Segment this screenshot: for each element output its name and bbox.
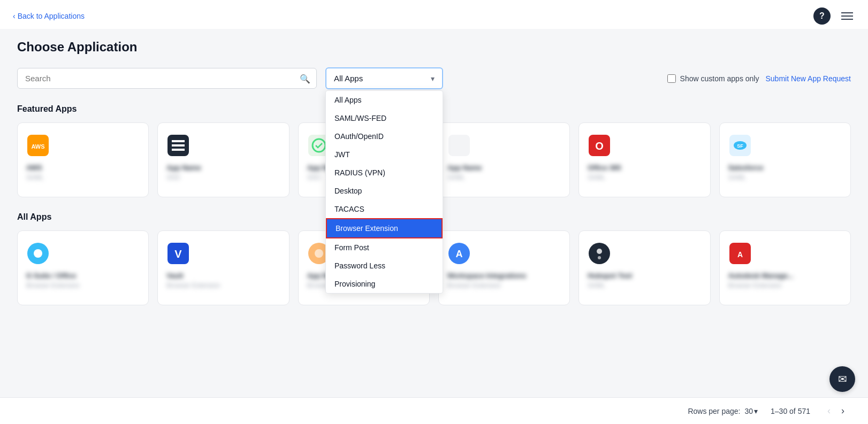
pagination-next-button[interactable]: › xyxy=(837,403,849,419)
vault-icon: V xyxy=(167,243,189,264)
svg-rect-5 xyxy=(172,149,185,151)
top-bar: ‹ Back to Applications ? xyxy=(0,0,868,29)
svg-point-23 xyxy=(597,249,602,254)
featured-app-name-6: Salesforce xyxy=(728,164,764,172)
dropdown-item-jwt[interactable]: JWT xyxy=(326,145,443,164)
hubspot-icon xyxy=(589,243,610,264)
gsuite-icon xyxy=(27,243,49,264)
all-app-card-2[interactable]: V Vault Browser Extension xyxy=(157,230,289,305)
toolbar-right: Show custom apps only Submit New App Req… xyxy=(667,74,851,83)
svg-rect-4 xyxy=(172,144,185,147)
all-app-type-1: Browser Extension xyxy=(26,282,80,289)
dropdown-item-form-post[interactable]: Form Post xyxy=(326,238,443,257)
dropdown-item-oauth[interactable]: OAuth/OpenID xyxy=(326,127,443,145)
filter-dropdown-button[interactable]: All Apps ▾ xyxy=(325,67,443,89)
search-input[interactable] xyxy=(17,68,317,89)
dropdown-item-tacacs[interactable]: TACACS xyxy=(326,200,443,218)
custom-apps-checkbox[interactable] xyxy=(667,74,676,83)
all-app-card-6[interactable]: A Autodesk Manage... Browser Extension xyxy=(719,230,851,305)
chat-button[interactable]: ✉ xyxy=(829,366,855,392)
all-app-type-5: SAML xyxy=(588,282,605,289)
svg-point-24 xyxy=(598,256,601,259)
dropdown-item-radius[interactable]: RADIUS (VPN) xyxy=(326,164,443,182)
svg-text:AWS: AWS xyxy=(31,143,44,150)
all-app-card-4[interactable]: A Workspace Integrations Browser Extensi… xyxy=(438,230,570,305)
featured-app-card-5[interactable]: O Office 365 SAML xyxy=(578,122,710,197)
dropdown-item-desktop[interactable]: Desktop xyxy=(326,182,443,200)
svg-text:V: V xyxy=(175,248,182,260)
workspace-icon: A xyxy=(448,243,470,264)
page-title: Choose Application xyxy=(17,40,851,55)
featured-app-type-2: SSO xyxy=(166,174,180,181)
menu-line-3 xyxy=(841,19,853,20)
page-content: Choose Application 🔍 All Apps ▾ All Apps… xyxy=(0,29,868,363)
back-arrow-icon: ‹ xyxy=(13,12,16,20)
featured-app-type-5: SAML xyxy=(588,174,605,181)
rows-per-page-control: Rows per page: 30 ▾ xyxy=(688,407,758,415)
all-app-name-5: Hubspot Tool xyxy=(588,272,632,280)
filter-dropdown-wrapper: All Apps ▾ All Apps SAML/WS-FED OAuth/Op… xyxy=(325,67,443,89)
salesforce-icon: SF xyxy=(729,135,751,156)
all-app-type-6: Browser Extension xyxy=(728,282,782,289)
featured-app-name-2: App Name xyxy=(166,164,201,172)
dropdown-item-saml[interactable]: SAML/WS-FED xyxy=(326,109,443,127)
featured-app-name-4: App Name xyxy=(447,164,482,172)
svg-rect-8 xyxy=(448,135,470,156)
submit-new-app-link[interactable]: Submit New App Request xyxy=(765,74,851,83)
svg-point-19 xyxy=(315,249,323,258)
all-app-card-5[interactable]: Hubspot Tool SAML xyxy=(578,230,710,305)
all-app-type-4: Browser Extension xyxy=(447,282,501,289)
dropdown-item-provisioning[interactable]: Provisioning xyxy=(326,275,443,293)
pagination-info: 1–30 of 571 xyxy=(771,407,810,415)
featured-app-card-2[interactable]: App Name SSO xyxy=(157,122,289,197)
featured-app-type-4: SAML xyxy=(447,174,465,181)
help-button[interactable]: ? xyxy=(813,7,831,25)
app2-icon xyxy=(167,135,189,156)
dropdown-item-all-apps[interactable]: All Apps xyxy=(326,91,443,109)
all-app-type-2: Browser Extension xyxy=(166,282,220,289)
featured-app-name-1: AWS xyxy=(26,164,42,172)
pagination-bar: Rows per page: 30 ▾ 1–30 of 571 ‹ › xyxy=(0,397,868,424)
filter-dropdown-menu: All Apps SAML/WS-FED OAuth/OpenID JWT RA… xyxy=(325,90,443,294)
top-right-controls: ? xyxy=(813,7,855,25)
all-app-name-2: Vault xyxy=(166,272,183,280)
autodesk-icon: A xyxy=(729,243,751,264)
rows-value: 30 xyxy=(744,407,753,415)
menu-line-1 xyxy=(841,12,853,13)
svg-text:SF: SF xyxy=(737,143,743,149)
search-wrapper: 🔍 xyxy=(17,68,317,89)
svg-point-15 xyxy=(34,249,42,258)
dropdown-item-password-less[interactable]: Password Less xyxy=(326,257,443,275)
all-app-name-6: Autodesk Manage... xyxy=(728,272,794,280)
rows-per-page-select[interactable]: 30 ▾ xyxy=(744,407,758,415)
featured-app-type-1: SAML xyxy=(26,174,44,181)
featured-app-card-1[interactable]: AWS AWS SAML xyxy=(17,122,149,197)
pagination-prev-button[interactable]: ‹ xyxy=(823,403,835,419)
featured-app-type-6: SAML xyxy=(728,174,746,181)
svg-text:A: A xyxy=(455,249,462,259)
back-label: Back to Applications xyxy=(18,12,85,20)
custom-apps-checkbox-label[interactable]: Show custom apps only xyxy=(667,74,759,83)
svg-text:A: A xyxy=(737,250,743,259)
featured-app-name-5: Office 365 xyxy=(588,164,621,172)
dropdown-item-browser-extension[interactable]: Browser Extension xyxy=(326,218,443,238)
all-app-name-4: Workspace Integrations xyxy=(447,272,526,280)
aws-icon: AWS xyxy=(27,135,49,156)
office365-icon: O xyxy=(589,135,610,156)
chevron-down-icon: ▾ xyxy=(431,74,435,83)
dropdown-value-label: All Apps xyxy=(334,74,363,83)
menu-line-2 xyxy=(841,16,853,17)
custom-apps-label: Show custom apps only xyxy=(680,74,759,83)
all-app-card-1[interactable]: G Suite / Office Browser Extension xyxy=(17,230,149,305)
rows-chevron-icon: ▾ xyxy=(754,407,758,415)
pagination-nav: ‹ › xyxy=(823,403,849,419)
menu-button[interactable] xyxy=(839,10,855,22)
back-to-applications-link[interactable]: ‹ Back to Applications xyxy=(13,12,85,20)
svg-rect-3 xyxy=(172,140,185,142)
app4-icon xyxy=(448,135,470,156)
all-app-name-1: G Suite / Office xyxy=(26,272,76,280)
featured-app-card-6[interactable]: SF Salesforce SAML xyxy=(719,122,851,197)
featured-app-type-3: SSO xyxy=(307,174,321,181)
svg-text:O: O xyxy=(596,140,604,152)
featured-app-card-4[interactable]: App Name SAML xyxy=(438,122,570,197)
